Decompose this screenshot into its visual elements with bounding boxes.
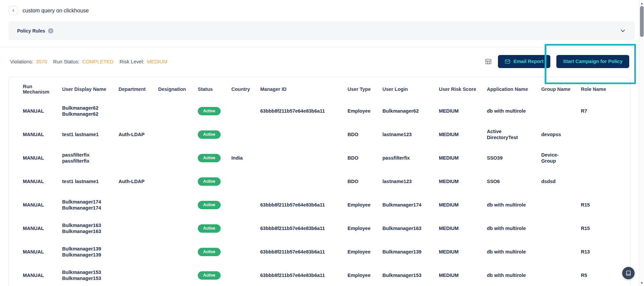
table-cell [153, 170, 193, 193]
table-cell: db with multirole [482, 264, 537, 286]
email-report-button[interactable]: Email Report [498, 55, 550, 68]
table-cell: Bulkmanager163 Bulkmanager163 [57, 217, 114, 240]
table-cell: R7 [576, 99, 630, 123]
column-header: Run Mechanism [9, 77, 57, 99]
status-badge: Active [198, 224, 221, 233]
table-cell: Bulkmanager62 Bulkmanager62 [57, 99, 114, 123]
table-cell: MANUAL [9, 264, 57, 286]
table-cell: test1 lastname1 [57, 170, 114, 193]
action-buttons: Email Report Start Campaign for Policy [485, 55, 629, 68]
table-cell: db with multirole [482, 99, 537, 123]
status-badge: Active [198, 130, 221, 139]
table-row: MANUALBulkmanager163 Bulkmanager163Activ… [9, 217, 630, 240]
table-cell [537, 99, 576, 123]
table-cell [153, 240, 193, 264]
policy-rules-panel[interactable]: Policy Rules i [8, 21, 635, 40]
table-grid-icon[interactable] [485, 58, 492, 65]
table-cell [537, 240, 576, 264]
table-cell: 63bbb8f211b57e64e83b6a11 [256, 193, 343, 217]
table-cell [227, 193, 256, 217]
column-header: Department [114, 77, 153, 99]
floating-action-button[interactable] [622, 267, 635, 279]
table-cell: Active [193, 123, 227, 146]
table-cell: Auth-LDAP [114, 170, 153, 193]
table-cell [114, 264, 153, 286]
scroll-up-arrow[interactable]: ▲ [639, 1, 644, 6]
start-campaign-label: Start Campaign for Policy [563, 59, 623, 64]
table-cell: Device-Group [537, 146, 576, 170]
vertical-scrollbar[interactable]: ▲ ▼ [639, 0, 644, 286]
table-cell: Employee [343, 264, 378, 286]
violations-table: Run MechanismUser Display NameDepartment… [9, 77, 630, 286]
status-badge: Active [198, 107, 221, 115]
table-cell: MANUAL [9, 99, 57, 123]
start-campaign-button[interactable]: Start Campaign for Policy [556, 55, 629, 68]
table-cell [114, 193, 153, 217]
table-cell: MANUAL [9, 123, 57, 146]
table-cell [537, 264, 576, 286]
table-cell: test1 lastname1 [57, 123, 114, 146]
table-cell: MEDIUM [434, 240, 482, 264]
table-cell [153, 99, 193, 123]
table-cell [153, 217, 193, 240]
policy-rules-label: Policy Rules [17, 28, 45, 34]
risk-level-value: MEDIUM [147, 59, 167, 64]
status-row: Violations: 3570 Run Status: COMPLETED R… [0, 47, 644, 75]
table-cell: 63bbb8f211b57e64e83b6a11 [256, 264, 343, 286]
scrollbar-thumb[interactable] [640, 6, 644, 37]
violations-table-card: Run MechanismUser Display NameDepartment… [8, 77, 631, 286]
table-cell [256, 123, 343, 146]
run-status-value: COMPLETED [82, 59, 113, 64]
table-cell [576, 170, 630, 193]
table-cell: Active [193, 240, 227, 264]
table-cell [153, 193, 193, 217]
table-cell: MEDIUM [434, 170, 482, 193]
table-cell: devopss [537, 123, 576, 146]
table-cell: MEDIUM [434, 99, 482, 123]
table-cell: Active [193, 146, 227, 170]
table-cell: MEDIUM [434, 193, 482, 217]
table-cell: MANUAL [9, 193, 57, 217]
risk-level-label: Risk Level: [120, 59, 144, 64]
table-cell [227, 240, 256, 264]
table-cell [537, 193, 576, 217]
table-cell: dsdsd [537, 170, 576, 193]
table-cell [114, 217, 153, 240]
email-report-label: Email Report [513, 59, 543, 64]
table-cell: SSO6 [482, 170, 537, 193]
book-icon [626, 270, 631, 276]
column-header: Group Name [537, 77, 576, 99]
table-cell: MEDIUM [434, 264, 482, 286]
table-cell: Bulkmanager62 [378, 99, 434, 123]
back-button[interactable] [9, 6, 18, 15]
scroll-down-arrow[interactable]: ▼ [639, 280, 644, 285]
table-header-row: Run MechanismUser Display NameDepartment… [9, 77, 630, 99]
table-cell: Bulkmanager163 [378, 217, 434, 240]
table-row: MANUALBulkmanager62 Bulkmanager62Active6… [9, 99, 630, 123]
status-badge: Active [198, 177, 221, 186]
table-cell [227, 264, 256, 286]
table-cell: Employee [343, 193, 378, 217]
table-cell [227, 217, 256, 240]
column-header: User Risk Score [434, 77, 482, 99]
table-cell [227, 170, 256, 193]
table-cell: Active [193, 170, 227, 193]
status-badge: Active [198, 248, 221, 256]
table-cell: MANUAL [9, 240, 57, 264]
table-cell: MANUAL [9, 217, 57, 240]
table-cell: db with multirole [482, 193, 537, 217]
table-cell: Active [193, 99, 227, 123]
column-header: Country [227, 77, 256, 99]
column-header: User Type [343, 77, 378, 99]
table-cell: lastname123 [378, 123, 434, 146]
table-cell [227, 99, 256, 123]
table-cell: Bulkmanager174 Bulkmanager174 [57, 193, 114, 217]
chevron-down-icon[interactable] [619, 27, 626, 34]
envelope-icon [505, 59, 510, 64]
column-header: Status [193, 77, 227, 99]
table-cell [153, 264, 193, 286]
table-row: MANUALpassfilterfix passfilterfixActiveI… [9, 146, 630, 170]
table-cell: MEDIUM [434, 146, 482, 170]
table-cell [114, 99, 153, 123]
violations-value: 3570 [36, 59, 47, 64]
